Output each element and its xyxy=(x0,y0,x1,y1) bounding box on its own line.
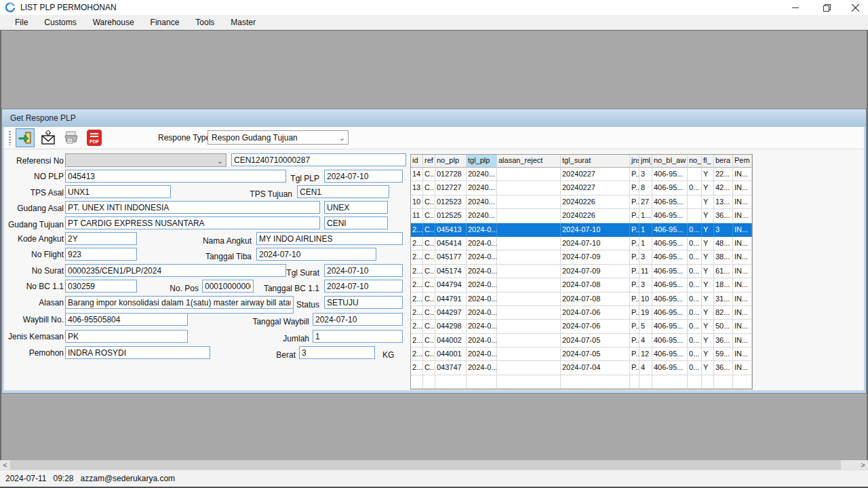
grid-cell[interactable]: 2024-0... xyxy=(467,320,497,333)
grid-cell[interactable]: P... xyxy=(630,250,639,264)
scroll-right-button[interactable]: > xyxy=(858,460,868,470)
grid-cell[interactable] xyxy=(497,306,561,320)
grid-cell[interactable]: IN... xyxy=(733,209,752,223)
horizontal-scrollbar[interactable]: < > xyxy=(0,460,868,470)
grid-cell[interactable]: P... xyxy=(630,195,639,209)
grid-cell[interactable]: 2024-0... xyxy=(467,361,497,375)
grid-cell[interactable] xyxy=(497,278,561,292)
grid-cell[interactable]: IN... xyxy=(733,237,752,250)
grid-cell[interactable]: 2... xyxy=(411,334,423,348)
grid-cell[interactable]: 0... xyxy=(688,293,702,306)
menu-file[interactable]: File xyxy=(7,16,36,29)
grid-cell[interactable]: Y xyxy=(702,293,714,306)
grid-cell[interactable]: 42... xyxy=(714,181,733,195)
grid-cell[interactable] xyxy=(561,375,630,389)
grid-cell[interactable]: 012525 xyxy=(435,209,467,223)
grid-cell[interactable] xyxy=(497,375,561,389)
grid-cell[interactable]: 0... xyxy=(688,348,702,361)
grid-cell[interactable]: IN... xyxy=(733,306,752,320)
grid-cell[interactable]: 38... xyxy=(714,250,733,264)
grid-cell[interactable] xyxy=(411,375,423,389)
grid-cell[interactable]: IN... xyxy=(733,348,752,361)
grid-cell[interactable]: 012523 xyxy=(435,195,467,209)
grid-cell[interactable]: Y xyxy=(702,306,714,320)
column-header-alasan_reject[interactable]: alasan_reject xyxy=(497,155,561,168)
grid-cell[interactable]: P... xyxy=(630,306,639,320)
grid-cell[interactable]: 2024-0... xyxy=(467,334,497,348)
grid-cell[interactable]: 20240226 xyxy=(561,195,630,209)
column-header-fl_[interactable]: fl_ xyxy=(702,155,714,168)
grid-cell[interactable]: P... xyxy=(630,278,639,292)
grid-cell[interactable]: 2... xyxy=(411,320,423,333)
grid-cell[interactable]: 20240... xyxy=(467,181,497,195)
grid-cell[interactable]: 406-95... xyxy=(652,320,688,333)
grid-cell[interactable]: 18... xyxy=(714,278,733,292)
grid-cell[interactable]: 2... xyxy=(411,278,423,292)
grid-cell[interactable]: Y xyxy=(702,320,714,333)
grid-row[interactable]: 2...C...0440022024-0...2024-07-05P...440… xyxy=(411,334,752,348)
grid-cell[interactable]: 0... xyxy=(688,361,702,375)
grid-cell[interactable]: 2... xyxy=(411,361,423,375)
column-header-id[interactable]: id xyxy=(411,155,423,168)
plp-grid[interactable]: idrefno_plptgl_plpalasan_rejecttgl_surat… xyxy=(410,154,753,390)
grid-cell[interactable]: 36... xyxy=(714,209,733,223)
grid-cell[interactable]: 2... xyxy=(411,265,423,278)
grid-cell[interactable]: 82... xyxy=(714,306,733,320)
no-bc11-input[interactable] xyxy=(65,280,137,293)
grid-row[interactable]: 10C...01252320240...20240226P...27406-95… xyxy=(411,195,752,209)
grid-cell[interactable]: IN... xyxy=(733,265,752,278)
grid-cell[interactable]: 11 xyxy=(639,265,652,278)
grid-cell[interactable]: 044794 xyxy=(435,278,467,292)
grid-cell[interactable]: 1 xyxy=(639,223,652,237)
grid-cell[interactable]: 2024-0... xyxy=(467,348,497,361)
grid-cell[interactable]: P... xyxy=(630,334,639,348)
grid-cell[interactable]: 2024-07-08 xyxy=(561,293,630,306)
column-header-jns[interactable]: jns xyxy=(630,155,639,168)
grid-cell[interactable]: 044298 xyxy=(435,320,467,333)
grid-cell[interactable]: 406-95... xyxy=(652,293,688,306)
grid-cell[interactable]: 22... xyxy=(714,168,733,181)
grid-cell[interactable]: C... xyxy=(423,361,435,375)
grid-cell[interactable]: 044297 xyxy=(435,306,467,320)
grid-cell[interactable]: C... xyxy=(423,237,435,250)
grid-cell[interactable]: 8 xyxy=(639,181,652,195)
grid-cell[interactable] xyxy=(714,375,733,389)
grid-cell[interactable]: C... xyxy=(423,168,435,181)
grid-cell[interactable] xyxy=(497,237,561,250)
grid-cell[interactable]: 27 xyxy=(639,195,652,209)
grid-cell[interactable]: IN... xyxy=(733,168,752,181)
menu-warehouse[interactable]: Warehouse xyxy=(85,16,142,29)
grid-cell[interactable] xyxy=(497,181,561,195)
grid-row[interactable]: 2...C...0451772024-0...2024-07-09P...340… xyxy=(411,250,752,264)
grid-cell[interactable]: Y xyxy=(702,181,714,195)
scrollbar-thumb[interactable] xyxy=(10,460,841,470)
grid-cell[interactable] xyxy=(497,293,561,306)
grid-cell[interactable]: P... xyxy=(630,265,639,278)
grid-cell[interactable] xyxy=(435,375,467,389)
grid-cell[interactable] xyxy=(702,375,714,389)
grid-cell[interactable]: IN... xyxy=(733,334,752,348)
grid-cell[interactable]: 043747 xyxy=(435,361,467,375)
scrollbar-track[interactable] xyxy=(841,460,858,470)
print-button[interactable] xyxy=(62,128,81,147)
grid-cell[interactable] xyxy=(423,375,435,389)
no-surat-input[interactable] xyxy=(65,264,286,277)
grid-cell[interactable]: 2... xyxy=(411,237,423,250)
exit-button[interactable] xyxy=(16,128,35,147)
grid-cell[interactable]: 406-95... xyxy=(652,168,688,181)
grid-cell[interactable]: P... xyxy=(630,181,639,195)
grid-cell[interactable]: 406-95... xyxy=(652,334,688,348)
grid-cell[interactable]: 12 xyxy=(639,348,652,361)
tps-tujuan-input[interactable] xyxy=(297,185,389,198)
grid-cell[interactable]: Y xyxy=(702,209,714,223)
grid-cell[interactable]: P... xyxy=(630,293,639,306)
grid-cell[interactable]: 045413 xyxy=(435,223,467,237)
grid-cell[interactable] xyxy=(497,265,561,278)
grid-cell[interactable]: 012728 xyxy=(435,168,467,181)
nama-angkut-input[interactable] xyxy=(256,232,403,245)
gudang-tujuan-code-input[interactable] xyxy=(324,217,388,229)
scroll-left-button[interactable]: < xyxy=(0,460,10,470)
grid-cell[interactable]: 0... xyxy=(688,181,702,195)
grid-row[interactable]: 2...C...0451742024-0...2024-07-09P...114… xyxy=(411,265,752,278)
grid-row[interactable]: 11C...01252520240...20240226P...1...406-… xyxy=(411,209,752,223)
